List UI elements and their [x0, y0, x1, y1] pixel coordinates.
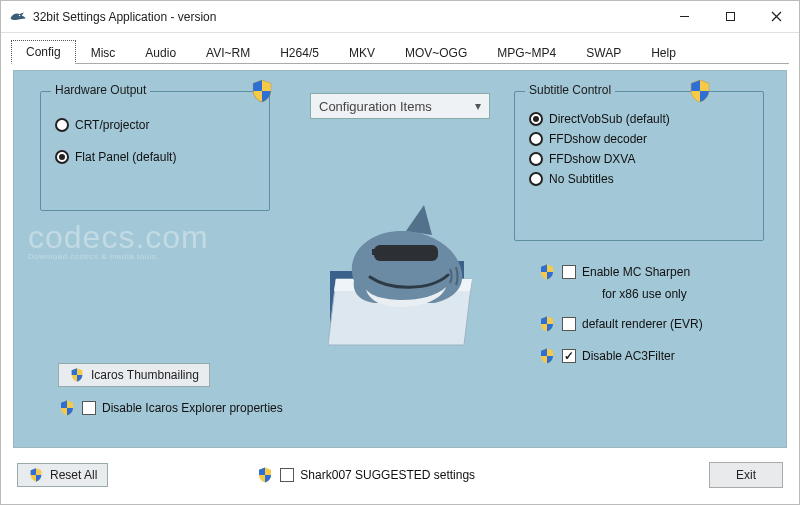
- check-enable-mc-sharpen[interactable]: Enable MC Sharpen: [538, 263, 778, 281]
- shield-icon: [538, 263, 556, 281]
- radio-directvobsub[interactable]: DirectVobSub (default): [529, 112, 749, 126]
- group-legend: Subtitle Control: [525, 83, 615, 97]
- close-button[interactable]: [753, 1, 799, 32]
- tab-mkv[interactable]: MKV: [334, 41, 390, 64]
- button-label: Reset All: [50, 468, 97, 482]
- shield-icon: [256, 466, 274, 484]
- minimize-button[interactable]: [661, 1, 707, 32]
- radio-icon: [55, 118, 69, 132]
- checkbox-icon: [82, 401, 96, 415]
- tab-avi-rm[interactable]: AVI~RM: [191, 41, 265, 64]
- window-title: 32bit Settings Application - version: [33, 10, 661, 24]
- group-subtitle-control: Subtitle Control DirectVobSub (default) …: [514, 91, 764, 241]
- checkbox-label: Shark007 SUGGESTED settings: [300, 468, 475, 482]
- watermark-text: codecs.com: [28, 219, 209, 255]
- radio-label: FFDshow DXVA: [549, 152, 635, 166]
- button-label: Icaros Thumbnailing: [91, 368, 199, 382]
- radio-icon: [55, 150, 69, 164]
- checkbox-label: Disable AC3Filter: [582, 349, 675, 363]
- tab-mov-ogg[interactable]: MOV~OGG: [390, 41, 482, 64]
- check-disable-ac3filter[interactable]: Disable AC3Filter: [538, 347, 778, 365]
- tab-strip: Config Misc Audio AVI~RM H264/5 MKV MOV~…: [1, 33, 799, 63]
- checkbox-label: Enable MC Sharpen: [582, 265, 690, 279]
- shark-mascot-image: [314, 191, 484, 351]
- check-disable-icaros-explorer[interactable]: Disable Icaros Explorer properties: [58, 399, 283, 417]
- shield-icon: [687, 78, 713, 104]
- exit-button[interactable]: Exit: [709, 462, 783, 488]
- watermark-subtext: Download codecs & media tools: [28, 252, 209, 261]
- radio-ffdshow-dxva[interactable]: FFDshow DXVA: [529, 152, 749, 166]
- tab-config[interactable]: Config: [11, 40, 76, 64]
- radio-icon: [529, 152, 543, 166]
- maximize-button[interactable]: [707, 1, 753, 32]
- radio-icon: [529, 112, 543, 126]
- tab-help[interactable]: Help: [636, 41, 691, 64]
- radio-no-subtitles[interactable]: No Subtitles: [529, 172, 749, 186]
- shield-icon: [249, 78, 275, 104]
- checkbox-icon: [562, 349, 576, 363]
- checkbox-icon: [562, 265, 576, 279]
- radio-label: CRT/projector: [75, 118, 149, 132]
- configuration-items-dropdown[interactable]: Configuration Items ▾: [310, 93, 490, 119]
- radio-label: Flat Panel (default): [75, 150, 176, 164]
- shield-icon: [69, 367, 85, 383]
- radio-icon: [529, 132, 543, 146]
- checkbox-label: default renderer (EVR): [582, 317, 703, 331]
- radio-flat-panel[interactable]: Flat Panel (default): [55, 150, 255, 164]
- check-suggested-settings[interactable]: Shark007 SUGGESTED settings: [256, 466, 475, 484]
- shield-icon: [58, 399, 76, 417]
- shield-icon: [28, 467, 44, 483]
- tab-mpg-mp4[interactable]: MPG~MP4: [482, 41, 571, 64]
- tab-audio[interactable]: Audio: [130, 41, 191, 64]
- check-default-renderer[interactable]: default renderer (EVR): [538, 315, 778, 333]
- checkbox-label: Disable Icaros Explorer properties: [102, 401, 283, 415]
- watermark: codecs.com Download codecs & media tools: [28, 219, 209, 261]
- tab-misc[interactable]: Misc: [76, 41, 131, 64]
- group-legend: Hardware Output: [51, 83, 150, 97]
- reset-all-button[interactable]: Reset All: [17, 463, 108, 487]
- group-hardware-output: Hardware Output CRT/projector Flat Panel…: [40, 91, 270, 211]
- checkbox-icon: [562, 317, 576, 331]
- shield-icon: [538, 347, 556, 365]
- app-icon: [9, 8, 27, 26]
- radio-label: DirectVobSub (default): [549, 112, 670, 126]
- tab-content-config: Hardware Output CRT/projector Flat Panel…: [13, 70, 787, 448]
- svg-rect-6: [372, 249, 378, 255]
- shield-icon: [538, 315, 556, 333]
- checkbox-icon: [280, 468, 294, 482]
- radio-crt-projector[interactable]: CRT/projector: [55, 118, 255, 132]
- radio-label: No Subtitles: [549, 172, 614, 186]
- svg-rect-2: [726, 13, 734, 21]
- dropdown-label: Configuration Items: [319, 99, 432, 114]
- radio-label: FFDshow decoder: [549, 132, 647, 146]
- chevron-down-icon: ▾: [475, 99, 481, 113]
- footer-bar: Reset All Shark007 SUGGESTED settings Ex…: [1, 454, 799, 490]
- button-label: Exit: [736, 468, 756, 482]
- tab-h264-5[interactable]: H264/5: [265, 41, 334, 64]
- icaros-thumbnailing-button[interactable]: Icaros Thumbnailing: [58, 363, 210, 387]
- svg-rect-5: [374, 245, 438, 261]
- svg-point-0: [19, 14, 21, 16]
- mc-sharpen-subtext: for x86 use only: [602, 287, 778, 301]
- tab-swap[interactable]: SWAP: [571, 41, 636, 64]
- title-bar: 32bit Settings Application - version: [1, 1, 799, 33]
- radio-icon: [529, 172, 543, 186]
- radio-ffdshow-decoder[interactable]: FFDshow decoder: [529, 132, 749, 146]
